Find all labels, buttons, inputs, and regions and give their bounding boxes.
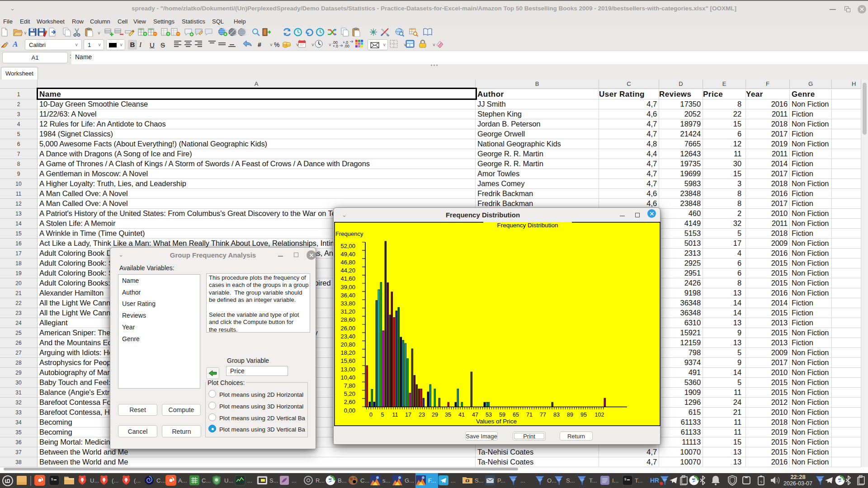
svg-text:+.0: +.0: [333, 44, 338, 48]
svg-text:Frequency Distribution: Frequency Distribution: [497, 222, 558, 229]
svg-text:2,60: 2,60: [344, 399, 355, 405]
svg-text:11: 11: [392, 412, 398, 418]
svg-text:49,40: 49,40: [340, 251, 355, 258]
svg-text:31,20: 31,20: [340, 308, 355, 315]
svg-text:41: 41: [458, 412, 465, 418]
svg-text:89: 89: [567, 412, 573, 418]
svg-text:46,80: 46,80: [340, 259, 355, 266]
svg-text:13,00: 13,00: [340, 366, 355, 373]
svg-text:26,00: 26,00: [340, 325, 355, 332]
svg-text:39,00: 39,00: [340, 284, 355, 291]
svg-text:53: 53: [486, 412, 492, 418]
svg-text:5,20: 5,20: [344, 390, 355, 397]
svg-text:5: 5: [381, 412, 384, 418]
svg-text:47: 47: [472, 412, 478, 418]
svg-text:A: A: [12, 40, 18, 48]
svg-text:77: 77: [540, 412, 546, 418]
svg-text:36,40: 36,40: [340, 292, 355, 299]
svg-text:7,80: 7,80: [344, 382, 355, 389]
svg-text:52,00: 52,00: [340, 243, 355, 249]
svg-text:Values of Price: Values of Price: [476, 418, 517, 425]
svg-text:44,20: 44,20: [340, 267, 355, 274]
svg-text:83: 83: [553, 412, 560, 418]
svg-text:.00: .00: [344, 44, 349, 48]
svg-text:28,60: 28,60: [340, 316, 355, 323]
svg-text:59: 59: [499, 412, 505, 418]
svg-text:0: 0: [369, 412, 373, 418]
svg-text:23,40: 23,40: [340, 333, 355, 340]
svg-text:18,20: 18,20: [340, 349, 355, 356]
svg-text:71: 71: [526, 412, 533, 418]
svg-text:33,80: 33,80: [340, 300, 355, 307]
svg-text:10,40: 10,40: [340, 374, 355, 381]
svg-text:65: 65: [513, 412, 519, 418]
svg-text:95: 95: [580, 412, 587, 418]
svg-text:0,00: 0,00: [344, 407, 355, 414]
svg-text:29: 29: [432, 412, 438, 418]
svg-text:23: 23: [419, 412, 425, 418]
svg-text:$: $: [51, 477, 53, 481]
svg-text:102: 102: [595, 412, 604, 418]
svg-text:20,80: 20,80: [340, 341, 355, 348]
svg-text:15,60: 15,60: [340, 357, 355, 364]
svg-text:Frequency: Frequency: [335, 230, 363, 237]
svg-text:35: 35: [445, 412, 451, 418]
svg-text:$: $: [624, 477, 627, 481]
svg-text:41,60: 41,60: [340, 275, 355, 282]
svg-text:17: 17: [405, 412, 411, 418]
